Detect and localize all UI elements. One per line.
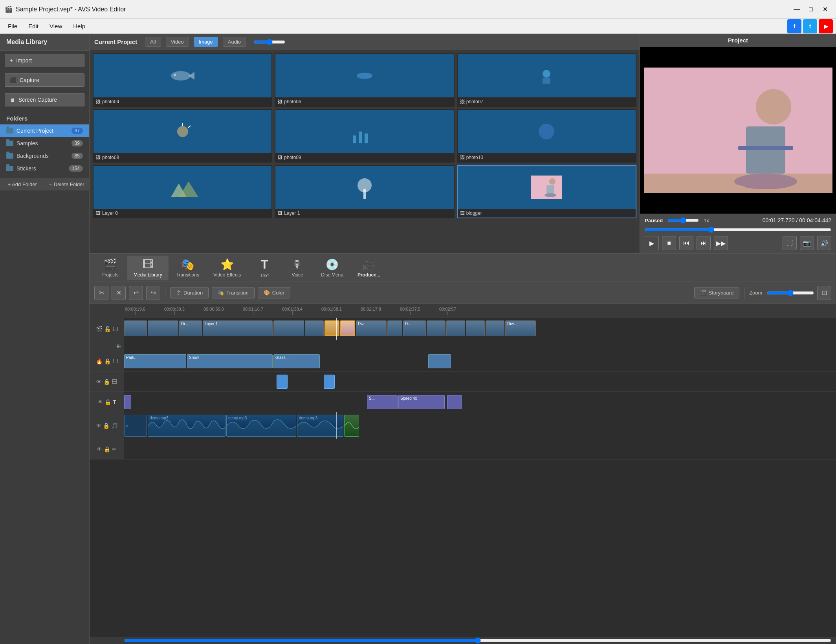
tool-projects[interactable]: 🎬 Projects xyxy=(94,256,126,280)
stop-button[interactable]: ■ xyxy=(662,236,676,250)
video-clip[interactable] xyxy=(148,320,178,336)
media-item-photo09[interactable]: 🖼photo09 xyxy=(275,109,454,163)
next-frame-button[interactable]: ⏭ xyxy=(697,236,711,250)
text-clip-extra[interactable] xyxy=(447,395,462,409)
tool-video-effects[interactable]: ⭐ Video Effects xyxy=(207,256,247,280)
audio-clip-green[interactable] xyxy=(344,415,359,437)
facebook-icon[interactable]: f xyxy=(787,19,801,33)
zoom-slider-media[interactable] xyxy=(254,39,285,45)
video-clip[interactable] xyxy=(466,320,485,336)
audio-clip-demo3[interactable]: demo.mp3 xyxy=(297,415,343,437)
lock2-icon[interactable]: 🔒 xyxy=(103,379,110,385)
scissors-button[interactable]: ✂ xyxy=(94,286,108,300)
delete-clip-button[interactable]: ✕ xyxy=(112,286,126,300)
duration-button[interactable]: ⏱ Duration xyxy=(170,287,209,298)
capture-button[interactable]: ⬛ Capture xyxy=(5,73,84,87)
audio-clip-demo2[interactable]: demo.mp3 xyxy=(226,415,296,437)
fit-timeline-button[interactable]: ⊡ xyxy=(817,286,831,300)
snapshot-button[interactable]: 📷 xyxy=(800,236,814,250)
media-item-photo04[interactable]: 🖼photo04 xyxy=(93,53,272,107)
media-item-blogger[interactable]: 🖼blogger xyxy=(457,165,636,218)
youtube-icon[interactable]: ▶ xyxy=(819,19,833,33)
eye3-icon[interactable]: 👁 xyxy=(96,423,101,429)
filter-audio[interactable]: Audio xyxy=(223,37,246,47)
prev-frame-button[interactable]: ⏮ xyxy=(679,236,693,250)
text-lock-icon[interactable]: 🔒 xyxy=(104,399,111,405)
video-clip[interactable]: D... xyxy=(403,320,426,336)
main-video-track-content[interactable]: Di... Layer 1 Div... D... Divi... xyxy=(124,318,836,340)
sidebar-item-samples[interactable]: Samples 39 xyxy=(0,137,89,150)
video-clip[interactable] xyxy=(446,320,465,336)
pen-lock-icon[interactable]: 🔒 xyxy=(104,446,110,452)
media-item-photo06[interactable]: 🖼photo06 xyxy=(275,53,454,107)
redo-button[interactable]: ↪ xyxy=(146,286,160,300)
color-button[interactable]: 🎨 Color xyxy=(258,287,290,298)
text-clip-small[interactable] xyxy=(124,395,131,409)
tool-text[interactable]: T Text xyxy=(249,255,280,281)
overlay2-clip[interactable] xyxy=(277,375,288,389)
video-clip[interactable]: Di... xyxy=(179,320,202,336)
menu-view[interactable]: View xyxy=(45,21,67,31)
overlay-clip-parti[interactable]: Parti... xyxy=(124,354,186,368)
volume-button[interactable]: 🔊 xyxy=(817,236,831,250)
screen-capture-button[interactable]: 🖥 Screen Capture xyxy=(5,93,84,106)
import-button[interactable]: + Import xyxy=(5,54,84,67)
video-clip-selected[interactable] xyxy=(324,320,339,336)
overlay-clip-snow[interactable]: Snow xyxy=(187,354,273,368)
preview-seek-slider[interactable] xyxy=(645,227,831,233)
video-clip[interactable]: Divi... xyxy=(505,320,536,336)
tool-produce[interactable]: 🎥 Produce... xyxy=(351,256,387,280)
overlay-effects-content[interactable]: Parti... Snow Glass... xyxy=(124,351,836,371)
horizontal-scrollbar[interactable] xyxy=(90,637,836,644)
tool-disc-menu[interactable]: 💿 Disc Menu xyxy=(315,256,350,280)
timeline-scroll-slider[interactable] xyxy=(124,637,831,644)
add-folder-button[interactable]: + Add Folder xyxy=(0,178,45,190)
video-clip[interactable] xyxy=(273,320,304,336)
volume-slider[interactable] xyxy=(667,217,699,223)
minimize-button[interactable]: — xyxy=(790,4,803,15)
track-video-icon[interactable]: 🎬 xyxy=(96,326,103,332)
overlay2-content[interactable] xyxy=(124,371,836,392)
video-clip[interactable]: Div... xyxy=(356,320,387,336)
storyboard-button[interactable]: 🎬 Storyboard xyxy=(694,287,740,298)
menu-help[interactable]: Help xyxy=(68,21,90,31)
menu-file[interactable]: File xyxy=(3,21,22,31)
video-clip-selected-pink[interactable] xyxy=(340,320,355,336)
sidebar-item-stickers[interactable]: Stickers 154 xyxy=(0,162,89,175)
audio-lock-icon[interactable]: 🔒 xyxy=(103,423,110,429)
audio-clip-d[interactable]: d... xyxy=(124,415,147,437)
zoom-timeline-slider[interactable] xyxy=(767,290,814,296)
audio-clip-demo1[interactable]: demo.mp3 xyxy=(148,415,226,437)
effects-icon[interactable]: 🔥 xyxy=(96,358,103,364)
lock-icon[interactable]: 🔒 xyxy=(104,358,111,364)
overlay-clip-glass[interactable]: Glass... xyxy=(273,354,320,368)
delete-folder-button[interactable]: – Delete Folder xyxy=(45,178,90,190)
eye2-icon[interactable]: 👁 xyxy=(97,399,103,405)
video-clip[interactable]: Layer 1 xyxy=(203,320,273,336)
tool-transitions[interactable]: 🎭 Transitions xyxy=(170,256,205,280)
media-item-layer0[interactable]: 🖼Layer 0 xyxy=(93,165,272,218)
eye4-icon[interactable]: 👁 xyxy=(97,446,102,452)
media-scroll-area[interactable]: 🖼photo04 🖼photo06 xyxy=(90,50,640,253)
tool-voice[interactable]: 🎙 Voice xyxy=(282,256,313,280)
undo-button[interactable]: ↩ xyxy=(129,286,143,300)
overlay-clip-extra[interactable] xyxy=(428,354,451,368)
track-lock-icon[interactable]: 🔓 xyxy=(104,326,111,332)
sidebar-item-backgrounds[interactable]: Backgrounds 65 xyxy=(0,150,89,162)
eye-icon[interactable]: 👁 xyxy=(96,379,102,385)
sidebar-item-current-project[interactable]: Current Project 37 xyxy=(0,124,89,137)
maximize-button[interactable]: □ xyxy=(805,4,817,15)
filter-all[interactable]: All xyxy=(145,37,161,47)
overlay2-clip[interactable] xyxy=(324,375,335,389)
video-clip[interactable] xyxy=(427,320,446,336)
text-clip-s[interactable]: S... xyxy=(367,395,398,409)
audio-track-content[interactable]: d... demo.mp3 demo.mp3 demo.mp3 xyxy=(124,412,836,439)
tool-media-library[interactable]: 🎞 Media Library xyxy=(127,256,169,280)
step-forward-button[interactable]: ▶▶ xyxy=(714,236,728,250)
volume-icon[interactable]: 🔈 xyxy=(116,343,122,348)
media-item-photo07[interactable]: 🖼photo07 xyxy=(457,53,636,107)
transition-button[interactable]: 🎭 Transition xyxy=(212,287,255,298)
media-item-photo08[interactable]: 🖼photo08 xyxy=(93,109,272,163)
video-clip[interactable] xyxy=(124,320,147,336)
video-clip[interactable] xyxy=(486,320,504,336)
